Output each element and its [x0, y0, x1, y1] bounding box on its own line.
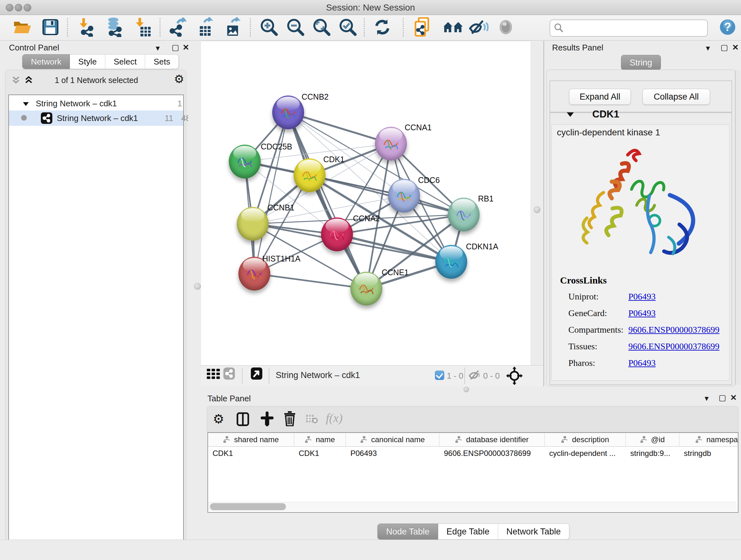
right-splitter-handle[interactable]	[534, 206, 541, 213]
crosslink-link[interactable]: P06493	[628, 292, 656, 302]
network-node-RB1[interactable]	[448, 198, 480, 232]
left-splitter[interactable]	[188, 41, 201, 365]
column-header-canonical-name[interactable]: canonical name	[346, 433, 440, 446]
annotation-sphere-icon[interactable]	[498, 19, 514, 37]
table-cell[interactable]: cyclin-dependent ...	[545, 446, 626, 460]
tab-edge-table[interactable]: Edge Table	[438, 523, 498, 540]
network-node-CDC25B[interactable]	[229, 145, 261, 179]
selected-checkbox-icon[interactable]	[435, 371, 444, 380]
network-node-CDK1[interactable]	[293, 159, 326, 192]
export-table-icon[interactable]	[196, 17, 214, 38]
table-row[interactable]: CDK1CDK1P064939606.ENSP00000378699cyclin…	[208, 446, 738, 460]
help-icon[interactable]: ?	[719, 19, 736, 37]
export-image-icon[interactable]	[223, 17, 241, 38]
network-collection-row[interactable]: String Network – cdk1 1	[9, 97, 183, 111]
toolbar-separator	[159, 18, 160, 37]
network-edge-CCNB2-HIST1H1A[interactable]	[254, 112, 288, 273]
zoom-in-icon[interactable]	[260, 18, 278, 38]
column-header-description[interactable]: description	[545, 433, 626, 446]
zoom-out-icon[interactable]	[286, 18, 305, 38]
column-header-namespace[interactable]: namespace	[679, 433, 738, 446]
tab-network[interactable]: Network	[22, 54, 70, 69]
network-node-CDC6[interactable]	[388, 179, 420, 212]
column-header--id[interactable]: @id	[626, 433, 679, 446]
save-session-icon[interactable]	[43, 19, 58, 37]
control-panel-collapse-icon[interactable]: ▾	[156, 44, 160, 52]
table-header-row: shared namenamecanonical namedatabase id…	[208, 433, 738, 447]
add-column-icon[interactable]	[261, 412, 273, 428]
network-node-CCNA1[interactable]	[375, 127, 407, 161]
toolbar-search	[549, 19, 708, 37]
refresh-icon[interactable]	[374, 18, 391, 37]
network-row-selected[interactable]: String Network – cdk1 11 48	[9, 111, 183, 126]
results-scrollbar[interactable]	[735, 70, 740, 385]
column-header-shared-name[interactable]: shared name	[208, 433, 294, 446]
network-edge-HIST1H1A-CCNE1[interactable]	[254, 273, 366, 289]
column-header-name[interactable]: name	[294, 433, 346, 446]
table-tabs: Node Table Edge Table Network Table	[378, 523, 569, 540]
results-panel-close-icon[interactable]: ✕	[732, 44, 739, 51]
right-splitter[interactable]	[530, 41, 543, 365]
network-node-CCNB1[interactable]	[237, 207, 269, 241]
crosslink-link[interactable]: 9606.ENSP00000378699	[628, 341, 719, 352]
crosslink-label: Compartments:	[568, 325, 623, 335]
table-hscrollbar[interactable]	[208, 502, 737, 511]
table-cell[interactable]: CDK1	[294, 446, 346, 460]
hide-unhide-icon[interactable]	[469, 19, 488, 37]
table-cell[interactable]: CDK1	[208, 446, 294, 460]
network-birdseye-icon[interactable]	[223, 368, 235, 380]
collapse-all-button[interactable]: Collapse All	[643, 89, 710, 105]
tab-sets[interactable]: Sets	[145, 54, 179, 69]
column-header-database-identifier[interactable]: database identifier	[440, 433, 545, 446]
crosslink-link[interactable]: P06493	[628, 358, 656, 368]
fit-content-crosshair-icon[interactable]	[506, 367, 523, 386]
delete-column-trash-icon[interactable]	[284, 411, 296, 428]
search-input[interactable]	[565, 21, 704, 34]
import-network-file-icon[interactable]	[78, 17, 96, 38]
tab-string[interactable]: String	[621, 55, 661, 70]
left-splitter-handle[interactable]	[194, 283, 201, 290]
table-panel-float-icon[interactable]: ▢	[719, 394, 726, 401]
zoom-fit-icon[interactable]	[313, 18, 331, 38]
tab-select[interactable]: Select	[105, 54, 145, 69]
network-node-CDKN1A[interactable]	[435, 245, 467, 279]
node-attribute-table[interactable]: shared namenamecanonical namedatabase id…	[207, 432, 738, 513]
tab-style[interactable]: Style	[70, 54, 105, 69]
network-node-CCNB2[interactable]	[272, 96, 304, 129]
table-hscrollbar-thumb[interactable]	[210, 503, 286, 510]
tab-network-table[interactable]: Network Table	[498, 523, 569, 540]
home-networks-icon[interactable]	[443, 19, 463, 36]
table-cell[interactable]: stringdb:9...	[626, 446, 679, 460]
import-table-icon[interactable]	[135, 17, 151, 38]
network-canvas[interactable]: CCNB2CCNA1CDC25BCDK1CDC6RB1CCNB1CCNA2CDK…	[201, 41, 530, 366]
table-cell[interactable]: stringdb	[679, 446, 738, 460]
results-panel-float-icon[interactable]: ▢	[721, 44, 728, 51]
show-columns-icon[interactable]	[237, 412, 249, 428]
svg-text:?: ?	[724, 20, 731, 34]
table-cell[interactable]: P06493	[346, 446, 440, 460]
expand-all-button[interactable]: Expand All	[569, 89, 631, 105]
table-settings-gear-icon[interactable]: ⚙	[213, 412, 224, 426]
export-network-icon[interactable]	[169, 17, 186, 38]
control-panel-float-icon[interactable]: ▢	[172, 44, 179, 51]
table-panel-close-icon[interactable]: ✕	[730, 394, 737, 401]
expand-all-networks-icon[interactable]	[24, 75, 33, 86]
detach-view-icon[interactable]	[251, 368, 262, 380]
grid-view-icon[interactable]	[207, 369, 220, 380]
gene-collapse-icon[interactable]	[566, 111, 575, 119]
collapse-all-networks-icon[interactable]	[11, 75, 21, 86]
tab-node-table[interactable]: Node Table	[378, 523, 438, 540]
table-panel-collapse-icon[interactable]: ▾	[704, 394, 709, 402]
open-session-icon[interactable]	[13, 19, 31, 37]
tree-expand-icon[interactable]	[22, 100, 29, 110]
import-network-database-icon[interactable]	[105, 17, 124, 38]
zoom-selected-icon[interactable]	[339, 18, 357, 38]
crosslink-link[interactable]: P06493	[628, 308, 656, 318]
network-options-gear-icon[interactable]: ⚙	[174, 72, 184, 85]
table-cell[interactable]: 9606.ENSP00000378699	[440, 446, 545, 460]
results-panel-collapse-icon[interactable]: ▾	[706, 44, 710, 52]
crosslink-link[interactable]: 9606.ENSP00000378699	[628, 325, 719, 335]
clone-network-icon[interactable]	[414, 17, 431, 38]
network-node-CCNE1[interactable]	[350, 272, 382, 306]
network-node-CCNA2[interactable]	[321, 217, 353, 251]
